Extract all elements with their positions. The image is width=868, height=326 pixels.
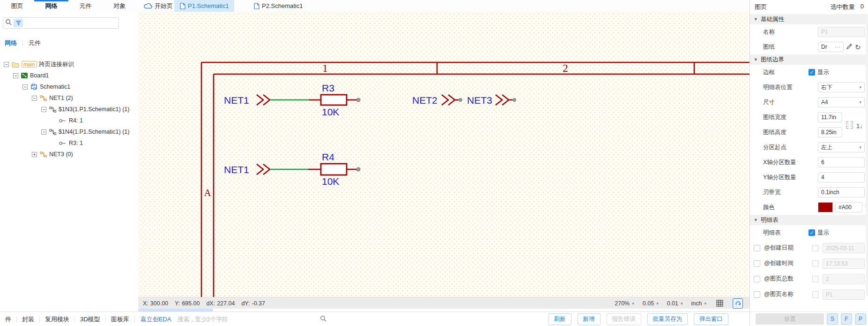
- footer-button-s[interactable]: S: [827, 313, 838, 325]
- subtab-nets[interactable]: 网络: [5, 39, 17, 47]
- resistor-r4[interactable]: [308, 164, 360, 175]
- library-brand-tab[interactable]: 嘉立创EDA: [135, 315, 177, 324]
- netport-icon[interactable]: [442, 95, 459, 105]
- net-label[interactable]: NET1: [224, 164, 249, 175]
- toolbar-button[interactable]: 报告错误: [607, 313, 641, 325]
- property-input[interactable]: [818, 187, 865, 197]
- checkbox[interactable]: [812, 260, 819, 267]
- alt-grid-step-select[interactable]: 0.01▾: [667, 300, 683, 307]
- dock-tab[interactable]: 封装: [17, 315, 39, 324]
- attribute-value-input[interactable]: [823, 258, 865, 269]
- color-value-input[interactable]: [835, 202, 862, 212]
- doc-tab-p1-schematic1[interactable]: P1.Schematic1: [174, 0, 234, 12]
- property-select[interactable]: A4▾: [818, 97, 865, 107]
- zoom-level-select[interactable]: 270%▾: [615, 300, 634, 307]
- tree-expander-icon[interactable]: −: [22, 84, 28, 90]
- property-input[interactable]: [818, 127, 842, 137]
- toolbar-button[interactable]: 刷新: [549, 313, 571, 325]
- attribute-value-input[interactable]: [823, 274, 865, 284]
- tree-item[interactable]: −NET1 (2): [0, 92, 138, 104]
- edit-pencil-icon[interactable]: [846, 43, 853, 51]
- checkbox[interactable]: [754, 260, 760, 267]
- attribute-value-input[interactable]: [823, 243, 865, 253]
- net-label[interactable]: NET2: [412, 95, 438, 106]
- subtab-components[interactable]: 元件: [29, 39, 41, 47]
- tree-expander-icon[interactable]: −: [41, 107, 46, 112]
- checkbox[interactable]: ✓: [809, 69, 815, 76]
- library-search-box[interactable]: [177, 315, 326, 323]
- tree-item[interactable]: −$1N3(1.P1.Schematic1) (1): [0, 104, 138, 115]
- tree-expander-icon[interactable]: −: [13, 73, 18, 78]
- checkbox[interactable]: [754, 245, 760, 251]
- checkbox[interactable]: ✓: [809, 229, 815, 236]
- tree-item[interactable]: +NET3 (0): [0, 149, 138, 160]
- checkbox[interactable]: [812, 291, 819, 298]
- panel-scrollbar[interactable]: [866, 15, 868, 296]
- netport-icon[interactable]: [257, 95, 270, 105]
- section-header[interactable]: ▼明细表: [750, 215, 868, 225]
- refresh-icon[interactable]: ↻: [855, 44, 861, 51]
- tree-item[interactable]: R4: 1: [0, 115, 138, 126]
- checkbox[interactable]: [754, 276, 760, 282]
- toolbar-button[interactable]: 新增: [578, 313, 601, 325]
- net-label[interactable]: NET1: [224, 95, 249, 106]
- netport-icon[interactable]: [257, 164, 270, 174]
- swap-dimensions-icon[interactable]: 1↓: [856, 122, 863, 129]
- tree-search-box[interactable]: [3, 17, 119, 29]
- dock-tab[interactable]: 件: [0, 315, 16, 324]
- tree-item[interactable]: −Schematic1: [0, 81, 138, 92]
- tree-expander-icon[interactable]: −: [41, 129, 46, 135]
- netport-icon[interactable]: [496, 95, 512, 105]
- section-header[interactable]: ▼图纸边界: [750, 54, 868, 65]
- property-select[interactable]: 左上▾: [818, 142, 865, 152]
- grid-icon[interactable]: [715, 299, 724, 308]
- tree-item[interactable]: −main跨页连接标识: [0, 59, 138, 70]
- panel-tab-components[interactable]: 元件: [68, 0, 103, 12]
- doc-tab-start-page[interactable]: 开始页: [138, 0, 178, 12]
- panel-tab-objects[interactable]: 对象: [103, 0, 137, 12]
- link-aspect-icon[interactable]: [846, 121, 853, 131]
- snap-mode-icon[interactable]: [733, 298, 743, 309]
- doc-tab-p2-schematic1[interactable]: P2.Schematic1: [248, 0, 308, 12]
- toolbar-button[interactable]: 弹出窗口: [694, 313, 728, 325]
- ref-designator[interactable]: R3: [322, 83, 334, 93]
- filter-icon[interactable]: [14, 19, 23, 27]
- ref-designator[interactable]: R4: [322, 152, 334, 162]
- property-input[interactable]: [818, 112, 842, 122]
- tree-item[interactable]: −$1N4(1.P1.Schematic1) (1): [0, 126, 138, 137]
- tree-item[interactable]: −Board1: [0, 70, 138, 81]
- dock-tab[interactable]: 3D模型: [75, 315, 105, 324]
- tree-expander-icon[interactable]: −: [32, 96, 37, 101]
- checkbox[interactable]: [812, 245, 819, 251]
- panel-tab-sheets[interactable]: 图页: [0, 0, 34, 12]
- property-input[interactable]: [818, 157, 865, 167]
- section-header[interactable]: ▼基础属性: [750, 14, 868, 24]
- library-search-input[interactable]: [177, 316, 320, 323]
- tree-item[interactable]: R3: 1: [0, 137, 138, 149]
- schematic-canvas[interactable]: 1 2 A NET1 R3 10K NET2 NET3 NET1 R4 10K: [138, 12, 749, 297]
- tree-expander-icon[interactable]: +: [32, 152, 37, 157]
- dock-tab[interactable]: 面板库: [106, 315, 134, 324]
- property-input[interactable]: [818, 27, 865, 37]
- place-button[interactable]: 放置: [756, 313, 824, 325]
- resistor-r3[interactable]: [309, 95, 360, 105]
- attribute-value-input[interactable]: [823, 289, 865, 300]
- tree-search-input[interactable]: [25, 19, 117, 27]
- toolbar-button[interactable]: 批量另存为: [647, 313, 688, 325]
- net-label[interactable]: NET3: [467, 95, 492, 106]
- checkbox[interactable]: [812, 276, 819, 282]
- dock-tab[interactable]: 复用模块: [40, 315, 74, 324]
- component-value[interactable]: 10K: [322, 106, 339, 117]
- panel-tab-nets[interactable]: 网络: [34, 0, 68, 12]
- component-value[interactable]: 10K: [322, 176, 339, 187]
- checkbox[interactable]: [754, 291, 760, 298]
- color-swatch[interactable]: [818, 202, 833, 212]
- unit-select[interactable]: inch▾: [691, 300, 706, 307]
- property-input[interactable]: [818, 172, 865, 182]
- property-select[interactable]: 右下▾: [818, 82, 865, 92]
- footer-button-p[interactable]: P: [855, 313, 866, 325]
- footer-button-f[interactable]: F: [841, 313, 852, 325]
- grid-step-select[interactable]: 0.05▾: [643, 300, 659, 307]
- sheet-template-field[interactable]: Dr···: [818, 42, 844, 52]
- tree-expander-icon[interactable]: −: [4, 62, 9, 67]
